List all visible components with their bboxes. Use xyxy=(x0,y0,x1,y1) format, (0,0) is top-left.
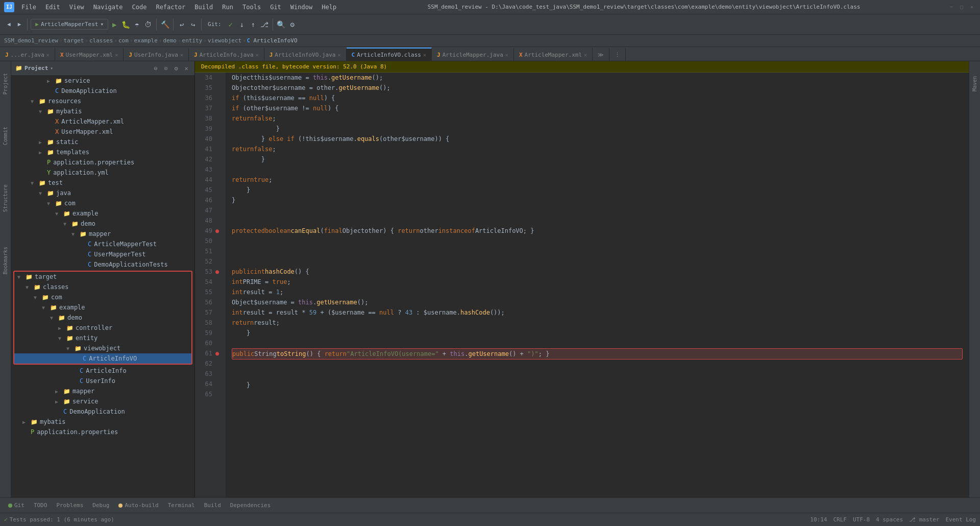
menu-item-git[interactable]: Git xyxy=(266,3,285,12)
tree-item-articleinfovo-selected[interactable]: C ArticleInfoVO xyxy=(14,353,191,364)
build-button[interactable]: 🔨 xyxy=(160,19,170,30)
tab-close[interactable]: ✕ xyxy=(423,52,426,58)
tab-close[interactable]: ✕ xyxy=(180,52,183,58)
tree-item-test[interactable]: ▼ 📁 test xyxy=(11,178,194,188)
tree-item-classes[interactable]: ▼ 📁 classes xyxy=(14,282,191,292)
menu-item-navigate[interactable]: Navigate xyxy=(89,3,127,12)
tree-item-articleinfo[interactable]: C ArticleInfo xyxy=(11,366,194,376)
tree-item-example-target[interactable]: ▼ 📁 example xyxy=(14,302,191,313)
encoding-indicator[interactable]: UTF-8 xyxy=(853,516,870,523)
build-tab[interactable]: Build xyxy=(200,500,225,511)
tree-item-usermappertest[interactable]: C UserMapperTest xyxy=(11,249,194,259)
panel-settings-button[interactable]: ⚙ xyxy=(172,64,180,73)
collapse-all-button[interactable]: ⊖ xyxy=(152,64,160,73)
tree-item-mybatis[interactable]: ▼ 📁 mybatis xyxy=(11,106,194,116)
tab-close[interactable]: ✕ xyxy=(584,52,587,58)
tree-item-static[interactable]: ▶ 📁 static xyxy=(11,137,194,147)
tree-item-demoapplication-target[interactable]: C DemoApplication xyxy=(11,407,194,417)
tree-item-articlemappertest[interactable]: C ArticleMapperTest xyxy=(11,239,194,249)
back-button[interactable]: ◀ xyxy=(4,19,14,30)
tab-articleinfo-java[interactable]: J ArticleInfo.java ✕ xyxy=(189,47,264,61)
tree-item-controller-target[interactable]: ▶ 📁 controller xyxy=(14,323,191,333)
tree-item-viewobject-target[interactable]: ▼ 📁 viewobject xyxy=(14,343,191,353)
code-content[interactable]: Object this$username = this.getUsername(… xyxy=(226,73,969,497)
tree-item-entity-target[interactable]: ▼ 📁 entity xyxy=(14,333,191,343)
tree-item-mapper-test[interactable]: ▼ 📁 mapper xyxy=(11,229,194,239)
bc-com[interactable]: com xyxy=(118,37,129,44)
tab-er-java[interactable]: J ...er.java ✕ xyxy=(0,47,55,61)
maven-panel-tab[interactable]: Maven xyxy=(970,63,979,104)
dropdown-arrow[interactable]: ▾ xyxy=(50,65,53,71)
maximize-button[interactable]: □ xyxy=(958,3,966,11)
tab-usermapper-xml[interactable]: X UserMapper.xml ✕ xyxy=(55,47,124,61)
bc-example[interactable]: example xyxy=(134,37,157,44)
tree-item-service-target[interactable]: ▶ 📁 service xyxy=(11,396,194,407)
terminal-tab[interactable]: Terminal xyxy=(164,500,199,511)
bc-project[interactable]: SSM_demo1_review xyxy=(4,37,58,44)
git-checkmark[interactable]: ✓ xyxy=(226,19,236,30)
tree-item-target[interactable]: ▼ 📁 target xyxy=(14,272,191,282)
tree-item-demo-test[interactable]: ▼ 📁 demo xyxy=(11,219,194,229)
indent-indicator[interactable]: 4 spaces xyxy=(876,516,903,523)
tree-item-example-test[interactable]: ▼ 📁 example xyxy=(11,208,194,219)
project-panel-tab[interactable]: Project xyxy=(1,63,10,104)
run-button[interactable]: ▶ xyxy=(109,19,119,30)
tree-item-mapper-target[interactable]: ▶ 📁 mapper xyxy=(11,386,194,396)
settings-button[interactable]: ⚙ xyxy=(287,19,298,30)
tree-item-com-target[interactable]: ▼ 📁 com xyxy=(14,292,191,302)
forward-button[interactable]: ▶ xyxy=(15,19,24,30)
tree-item-mybatis-target[interactable]: ▶ 📁 mybatis xyxy=(11,417,194,427)
commit-panel-tab[interactable]: Commit xyxy=(1,115,10,156)
tree-item-com-test[interactable]: ▼ 📁 com xyxy=(11,198,194,208)
tree-item-articlemapper-xml[interactable]: X ArticleMapper.xml xyxy=(11,116,194,127)
tree-item-service[interactable]: ▶ 📁 service xyxy=(11,76,194,86)
bc-demo[interactable]: demo xyxy=(163,37,177,44)
menu-item-view[interactable]: View xyxy=(65,3,88,12)
code-area[interactable]: 34 35 36 37 38 39 40 41 42 43 44 45 46 4… xyxy=(195,73,969,497)
tab-close[interactable]: ✕ xyxy=(256,52,259,58)
git-branch-indicator[interactable]: ⎇ master xyxy=(909,516,939,523)
menu-item-edit[interactable]: Edit xyxy=(41,3,64,12)
search-everywhere-button[interactable]: 🔍 xyxy=(276,19,286,30)
menu-item-help[interactable]: Help xyxy=(317,3,340,12)
tab-overflow[interactable]: ≫ xyxy=(593,47,609,61)
tree-item-demoapplicationtests[interactable]: C DemoApplicationTests xyxy=(11,259,194,270)
bc-target[interactable]: target xyxy=(64,37,84,44)
coverage-button[interactable]: ☂ xyxy=(132,19,142,30)
tree-item-demoapplication[interactable]: C DemoApplication xyxy=(11,86,194,96)
debug-tab[interactable]: Debug xyxy=(88,500,113,511)
bc-viewobject[interactable]: viewobject xyxy=(208,37,241,44)
menu-item-run[interactable]: Run xyxy=(218,3,237,12)
git-update[interactable]: ↓ xyxy=(237,19,247,30)
tab-articlemapper-xml[interactable]: X ArticleMapper.xml ✕ xyxy=(514,47,593,61)
tree-item-app-properties-target[interactable]: P application.properties xyxy=(11,427,194,437)
menu-item-tools[interactable]: Tools xyxy=(238,3,265,12)
event-log-button[interactable]: Event Log xyxy=(945,516,976,523)
tab-articlemapper-java[interactable]: J ArticleMapper.java ✕ xyxy=(432,47,514,61)
close-button[interactable]: ✕ xyxy=(968,3,976,11)
problems-tab[interactable]: Problems xyxy=(52,500,87,511)
tree-item-demo-target[interactable]: ▼ 📁 demo xyxy=(14,313,191,323)
tab-close[interactable]: ✕ xyxy=(505,52,508,58)
tree-item-app-yml[interactable]: Y application.yml xyxy=(11,168,194,178)
tab-close[interactable]: ✕ xyxy=(46,52,50,58)
menu-item-refactor[interactable]: Refactor xyxy=(152,3,189,12)
tab-close[interactable]: ✕ xyxy=(337,52,340,58)
tree-item-java[interactable]: ▼ 📁 java xyxy=(11,188,194,198)
tab-menu[interactable]: ⋮ xyxy=(609,47,626,61)
todo-tab[interactable]: TODO xyxy=(30,500,52,511)
dependencies-tab[interactable]: Dependencies xyxy=(226,500,275,511)
locate-button[interactable]: ⊙ xyxy=(162,64,170,73)
undo-button[interactable]: ↩ xyxy=(177,19,187,30)
tab-articleinfovo-class[interactable]: C ArticleInfoVO.class ✕ xyxy=(347,47,432,61)
tree-item-usermapper-xml[interactable]: X UserMapper.xml xyxy=(11,127,194,137)
tab-userinfo-java[interactable]: J UserInfo.java ✕ xyxy=(124,47,189,61)
bookmarks-panel-tab[interactable]: Bookmarks xyxy=(1,240,10,281)
git-tab[interactable]: Git xyxy=(4,500,29,511)
structure-panel-tab[interactable]: Structure xyxy=(1,178,10,219)
git-branch-btn[interactable]: ⎇ xyxy=(259,19,270,30)
tree-item-resources[interactable]: ▼ 📁 resources xyxy=(11,96,194,106)
tab-articleinfovo-java[interactable]: J ArticleInfoVO.java ✕ xyxy=(264,47,347,61)
tree-item-app-properties[interactable]: P application.properties xyxy=(11,157,194,168)
bc-entity[interactable]: entity xyxy=(182,37,203,44)
